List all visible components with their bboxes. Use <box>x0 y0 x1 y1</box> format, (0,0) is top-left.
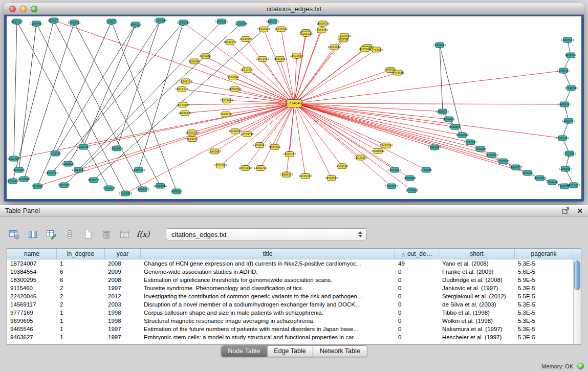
table-row[interactable]: 1938455462009Genome-wide association stu… <box>7 268 581 276</box>
graph-node[interactable]: 9106890 <box>18 177 30 182</box>
graph-node[interactable]: 19551858 <box>238 165 251 170</box>
table-row[interactable]: 2242004622012Investigating the contribut… <box>7 292 581 300</box>
table-row[interactable]: 1456911722003Disruption of a novel membe… <box>7 300 581 309</box>
window-titlebar[interactable]: citations_edges.txt <box>4 3 584 15</box>
edit-columns-button[interactable] <box>44 228 58 242</box>
graph-node[interactable]: 16289187 <box>559 166 572 171</box>
graph-node[interactable]: 15620994 <box>7 156 20 161</box>
graph-node[interactable]: 10850112 <box>385 184 398 189</box>
close-panel-icon[interactable]: ✕ <box>577 207 583 214</box>
graph-node[interactable]: 9006984 <box>443 117 454 122</box>
graph-node[interactable]: 10302896 <box>154 18 166 23</box>
graph-node[interactable]: 17150564 <box>214 163 227 168</box>
graph-node[interactable]: 15393438 <box>556 136 569 141</box>
graph-node[interactable]: 12182625 <box>464 140 476 145</box>
graph-node[interactable]: 14169278 <box>455 133 468 138</box>
column-header-year[interactable]: year <box>105 249 141 259</box>
graph-node[interactable]: 9439944 <box>32 184 43 189</box>
graph-node[interactable]: 14046129 <box>185 130 198 135</box>
graph-node[interactable]: 11327058 <box>315 28 328 33</box>
graph-node[interactable]: 9263833 <box>186 137 198 142</box>
graph-node[interactable]: 10126912 <box>229 129 242 134</box>
graph-node[interactable]: 9683558 <box>269 144 280 149</box>
graph-node[interactable]: 9475360 <box>359 47 371 52</box>
vertical-scrollbar[interactable] <box>573 259 581 344</box>
graph-node[interactable]: 15348481 <box>372 148 384 154</box>
graph-node[interactable]: 11016398 <box>234 21 247 26</box>
graph-node[interactable]: 18567550 <box>325 176 338 181</box>
graph-node[interactable]: 12105659 <box>119 191 132 196</box>
tab-node-table[interactable]: Node Table <box>221 346 267 357</box>
column-header-pagerank[interactable]: pagerank <box>515 249 573 259</box>
graph-node[interactable]: 12211129 <box>175 86 188 92</box>
tab-edge-table[interactable]: Edge Table <box>267 346 313 357</box>
graph-node[interactable]: 16028684 <box>220 98 233 103</box>
graph-node[interactable]: 12836256 <box>354 155 367 160</box>
table-row[interactable]: 969969511998Structural magnetic resonanc… <box>7 317 581 325</box>
graph-node[interactable]: 18613909 <box>290 53 303 58</box>
graph-node[interactable]: 9357075 <box>88 178 99 183</box>
graph-node[interactable]: 11098981 <box>433 42 446 48</box>
graph-node[interactable]: 19443887 <box>208 149 221 154</box>
graph-node[interactable]: 17290753 <box>239 36 252 41</box>
graph-node[interactable]: 11009601 <box>30 21 42 26</box>
hub-node[interactable]: 1724046 <box>287 100 302 107</box>
graph-node[interactable]: 18438039 <box>316 21 329 26</box>
column-header-out_de[interactable]: △out_de… <box>395 249 439 259</box>
citation-network-graph[interactable]: 1724046134355821534848112836256926959318… <box>7 16 581 199</box>
column-header-in_degree[interactable]: in_degree <box>57 249 105 259</box>
graph-node[interactable]: 12921428 <box>428 145 441 150</box>
graph-node[interactable]: 10559588 <box>228 86 241 92</box>
column-header-name[interactable]: name <box>7 249 57 259</box>
graph-node[interactable]: 19317620 <box>241 67 253 72</box>
graph-node[interactable]: 9269593 <box>336 164 347 169</box>
graph-node[interactable]: 11953995 <box>7 179 19 184</box>
table-row[interactable]: 946362711997Embryonic stem cells: a mode… <box>7 333 581 341</box>
column-header-title[interactable]: title <box>141 249 395 259</box>
graph-node[interactable]: 9709013 <box>393 70 404 75</box>
graph-node[interactable]: 14829521 <box>61 161 74 166</box>
table-row[interactable]: 1830029562008Estimation of significance … <box>7 276 581 284</box>
graph-node[interactable]: 9136271 <box>106 19 117 24</box>
table-row[interactable]: 1872400712008Changes of HCN gene express… <box>7 259 581 268</box>
graph-node[interactable]: 16909842 <box>403 176 416 181</box>
network-canvas[interactable]: 1724046134355821534848112836256926959318… <box>7 16 581 199</box>
new-file-button[interactable] <box>81 228 95 242</box>
graph-node[interactable]: 17011801 <box>563 151 576 156</box>
graph-node[interactable]: 19044582 <box>154 183 166 188</box>
graph-node[interactable]: 12409021 <box>68 20 80 25</box>
graph-node[interactable]: 15374440 <box>177 102 189 107</box>
graph-node[interactable]: 13246643 <box>257 27 270 32</box>
show-columns-button[interactable] <box>26 228 39 242</box>
graph-node[interactable]: 9628257 <box>449 124 461 129</box>
graph-node[interactable]: 9829485 <box>274 56 286 61</box>
graph-node[interactable]: 19073236 <box>328 45 340 50</box>
graph-node[interactable]: 12976713 <box>45 170 58 176</box>
graph-node[interactable]: 11105533 <box>496 159 509 164</box>
graph-node[interactable]: 9876130 <box>522 170 533 176</box>
graph-node[interactable]: 19068017 <box>253 143 266 148</box>
function-builder-button[interactable]: f(x) <box>136 228 150 242</box>
graph-node[interactable]: 10550330 <box>177 20 189 25</box>
graph-node[interactable]: 17255429 <box>299 31 312 36</box>
graph-node[interactable]: 14674240 <box>558 102 571 107</box>
graph-node[interactable]: 9929820 <box>200 54 211 59</box>
graph-node[interactable]: 16159332 <box>299 173 312 179</box>
graph-node[interactable]: 9008982 <box>188 59 200 64</box>
graph-node[interactable]: 13734267 <box>388 167 401 172</box>
graph-node[interactable]: 10814919 <box>533 176 546 181</box>
graph-node[interactable]: 10106029 <box>136 187 149 192</box>
graph-node[interactable]: 9534495 <box>547 180 558 185</box>
graph-node[interactable]: 11202126 <box>179 79 192 84</box>
table-mode-button[interactable] <box>7 228 21 242</box>
graph-node[interactable]: 9860224 <box>130 22 141 27</box>
row-height-button[interactable] <box>62 228 76 242</box>
graph-node[interactable]: 19498348 <box>280 172 293 177</box>
graph-node[interactable]: 16773578 <box>241 132 253 137</box>
memory-indicator[interactable] <box>577 363 584 369</box>
graph-node[interactable]: 15730882 <box>405 188 418 193</box>
scrollbar-thumb[interactable] <box>574 260 580 290</box>
graph-node[interactable]: 10042601 <box>110 146 123 151</box>
graph-node[interactable]: 13022117 <box>283 151 296 157</box>
table-selector-combobox[interactable]: citations_edges.txt <box>166 228 367 240</box>
